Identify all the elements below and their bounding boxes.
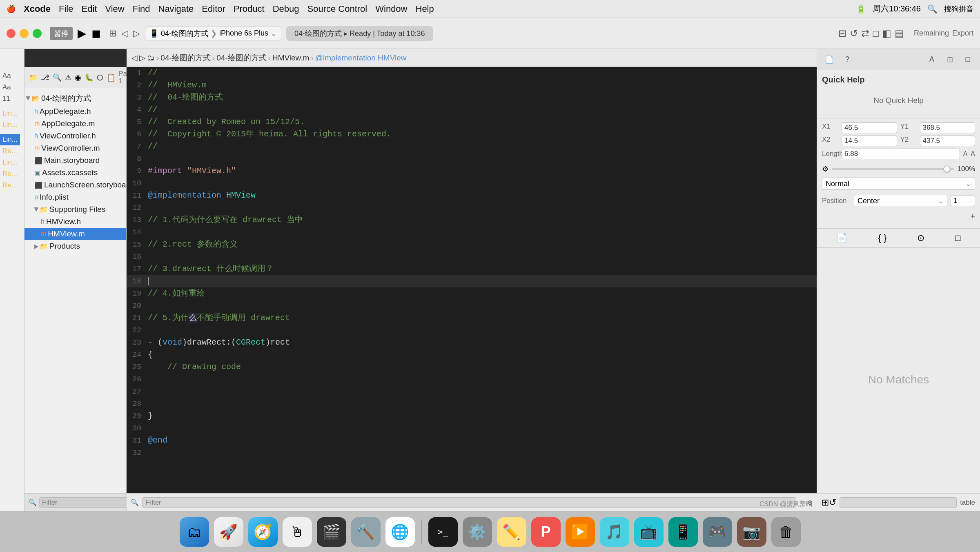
tree-item-viewcontroller-h[interactable]: h ViewController.h — [24, 130, 126, 142]
tree-item-appdelegate-h[interactable]: h AppDelegate.h — [24, 105, 126, 118]
slider-thumb[interactable] — [944, 166, 950, 172]
dock-movie[interactable]: 🎬 — [317, 517, 346, 547]
nav-prev-icon[interactable]: ◁ — [131, 53, 138, 62]
menu-find[interactable]: Find — [133, 4, 150, 14]
x2-input[interactable] — [842, 136, 897, 146]
breadcrumb-file[interactable]: HMView.m — [272, 53, 309, 62]
tree-item-supporting-files[interactable]: ▶ 📁 Supporting Files — [24, 203, 126, 216]
breadcrumb-project[interactable]: 04-绘图的方式 — [160, 53, 210, 63]
normal-dropdown[interactable]: Normal ⌄ — [822, 178, 975, 190]
dock-terminal[interactable]: >_ — [428, 517, 458, 547]
run-icon[interactable]: ▶ — [78, 27, 87, 40]
menu-source-control[interactable]: Source Control — [307, 4, 368, 14]
inspector-bottom-file-icon[interactable]: 📄 — [836, 233, 847, 243]
y1-input[interactable] — [920, 122, 976, 133]
dock-chrome[interactable]: 🌐 — [385, 517, 415, 547]
inspector-tab-attributes[interactable]: A — [924, 52, 939, 67]
inspector-bottom-circle-icon[interactable]: ⊙ — [917, 233, 924, 243]
stop-icon[interactable]: ◼ — [91, 27, 101, 40]
code-editor[interactable]: 1 // 2 // HMView.m 3 // 04-绘图的方式 4 // 5 … — [127, 67, 817, 511]
dock-media[interactable]: ▶️ — [566, 517, 595, 547]
search-input[interactable] — [39, 497, 131, 508]
scheme-selector[interactable]: 📱 04-绘图的方式 ❯ iPhone 6s Plus ⌄ — [145, 27, 281, 40]
nav-debug-icon[interactable]: 🐛 — [85, 73, 94, 82]
tree-item-viewcontroller-m[interactable]: m ViewController.m — [24, 142, 126, 154]
menu-debug[interactable]: Debug — [273, 4, 299, 14]
tree-item-root[interactable]: ▶ 📂 04-绘图的方式 — [24, 91, 126, 105]
menu-view[interactable]: View — [105, 4, 124, 14]
menu-editor[interactable]: Editor — [202, 4, 225, 14]
tree-item-hmview-h[interactable]: h HMView.h — [24, 216, 126, 228]
nav-search-icon[interactable]: 🔍 — [53, 73, 62, 82]
layout-icon-4[interactable]: □ — [873, 28, 879, 39]
tree-item-info-plist[interactable]: p Info.plist — [24, 191, 126, 203]
inspector-bottom-square-icon[interactable]: □ — [955, 233, 960, 243]
position-dropdown[interactable]: Center ⌄ — [854, 195, 947, 207]
dock-app-4[interactable]: 🎮 — [703, 517, 732, 547]
input-method[interactable]: 搜狗拼音 — [944, 4, 973, 14]
layout-icon-6[interactable]: ▤ — [895, 28, 904, 39]
dock-app-6[interactable]: 🗑 — [771, 517, 801, 547]
style-settings-icon[interactable]: ⚙ — [822, 165, 829, 174]
dock-launchpad[interactable]: 🚀 — [214, 517, 243, 547]
dock-safari[interactable]: 🧭 — [248, 517, 278, 547]
breadcrumb-home[interactable]: 🗂 — [147, 53, 155, 62]
inspector-tab-quick-help[interactable]: ? — [840, 52, 855, 67]
dock-pocket[interactable]: P — [531, 517, 561, 547]
nav-breakpoint-icon[interactable]: ⬡ — [97, 73, 103, 82]
tree-item-products[interactable]: ▶ 📁 Products — [24, 240, 126, 252]
breadcrumb-group[interactable]: 04-绘图的方式 — [216, 53, 266, 63]
menu-edit[interactable]: Edit — [81, 4, 97, 14]
inspector-bottom-grid-icon[interactable]: ⊞ — [822, 497, 829, 508]
nav-test-icon[interactable]: ◉ — [75, 73, 81, 82]
tree-item-main-storyboard[interactable]: ⬛ Main.storyboard — [24, 154, 126, 167]
pause-button[interactable]: 暂停 — [50, 27, 73, 40]
menu-file[interactable]: File — [59, 4, 73, 14]
layout-icon-1[interactable]: ⊟ — [838, 28, 846, 39]
dock-finder[interactable]: 🗂 — [180, 517, 209, 547]
nav-report-icon[interactable]: 📋 — [107, 73, 116, 82]
menu-window[interactable]: Window — [375, 4, 407, 14]
maximize-button[interactable] — [33, 29, 42, 38]
tree-item-assets[interactable]: ▣ Assets.xcassets — [24, 167, 126, 179]
inspector-tab-layout[interactable]: □ — [960, 52, 975, 67]
nav-next-icon[interactable]: ▷ — [139, 53, 145, 62]
inspector-bottom-search[interactable] — [840, 497, 957, 508]
tree-item-hmview-m[interactable]: m HMView.m — [24, 228, 126, 240]
dock-settings[interactable]: ⚙️ — [463, 517, 492, 547]
length-input[interactable] — [842, 149, 960, 159]
layout-icon-5[interactable]: ◧ — [882, 28, 891, 39]
minimize-button[interactable] — [20, 29, 29, 38]
add-constraint-button[interactable]: + — [970, 212, 975, 221]
dock-cursor[interactable]: 🖱 — [283, 517, 312, 547]
close-button[interactable] — [7, 29, 16, 38]
dock-hammer[interactable]: 🔨 — [351, 517, 381, 547]
inspector-tab-identity[interactable]: ⊡ — [942, 52, 957, 67]
dock-app-5[interactable]: 📷 — [737, 517, 766, 547]
nav-git-icon[interactable]: ⎇ — [41, 73, 49, 82]
thickness-input[interactable] — [951, 196, 975, 206]
nav-folder-icon[interactable]: 📁 — [29, 73, 38, 82]
inspector-bottom-function-icon[interactable]: { } — [878, 233, 886, 243]
menu-xcode[interactable]: Xcode — [24, 4, 51, 14]
spotlight-icon[interactable]: 🔍 — [927, 4, 938, 14]
menu-product[interactable]: Product — [234, 4, 265, 14]
apple-menu[interactable]: 🍎 — [7, 4, 16, 13]
menu-help[interactable]: Help — [416, 4, 434, 14]
toolbar-icon-2[interactable]: ◁ — [121, 28, 128, 39]
tree-item-launch-storyboard[interactable]: ⬛ LaunchScreen.storyboard — [24, 179, 126, 191]
inspector-bottom-refresh-icon[interactable]: ↺ — [829, 497, 836, 508]
breadcrumb-symbol[interactable]: @implementation HMView — [315, 53, 407, 62]
dock-app-2[interactable]: 📺 — [634, 517, 664, 547]
editor-filter-input[interactable] — [142, 497, 796, 508]
dock-app-3[interactable]: 📱 — [668, 517, 698, 547]
dock-app-1[interactable]: 🎵 — [600, 517, 629, 547]
inspector-tab-file[interactable]: 📄 — [822, 52, 837, 67]
x1-input[interactable] — [842, 122, 897, 133]
menu-navigate[interactable]: Navigate — [158, 4, 194, 14]
toolbar-icon-3[interactable]: ▷ — [133, 28, 140, 39]
y2-input[interactable] — [920, 136, 976, 146]
dock-sketch[interactable]: ✏️ — [497, 517, 526, 547]
tree-item-appdelegate-m[interactable]: m AppDelegate.m — [24, 118, 126, 130]
layout-icon-2[interactable]: ↺ — [850, 28, 858, 39]
